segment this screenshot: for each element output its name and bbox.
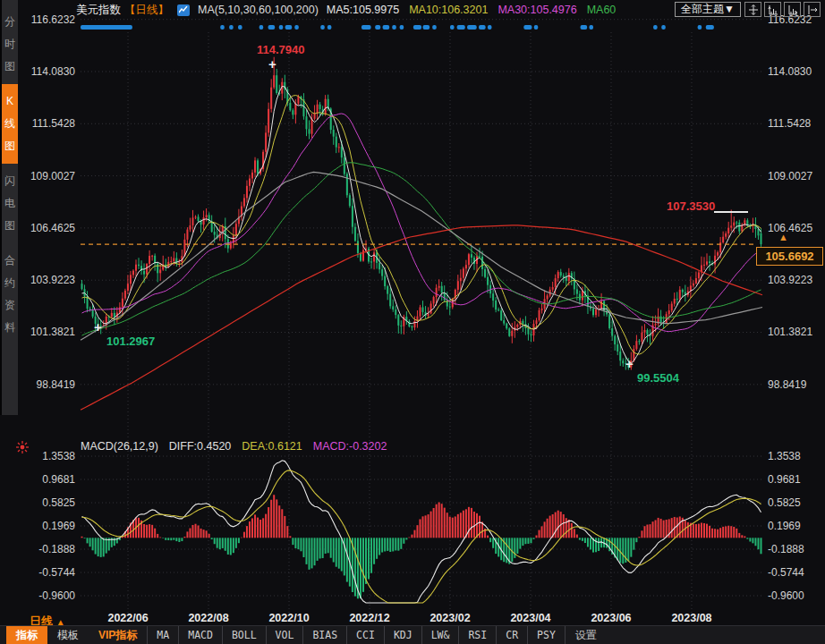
event-marker[interactable] [229, 25, 234, 30]
event-marker[interactable] [220, 25, 225, 30]
candle-body [760, 233, 761, 244]
toolbar-item-CCI[interactable]: CCI [346, 626, 384, 644]
event-marker[interactable] [320, 25, 325, 30]
sidebar-tab-1[interactable]: 分时图 [2, 4, 18, 84]
event-marker[interactable] [392, 25, 396, 30]
event-marker[interactable] [534, 25, 539, 30]
ma-legend-item: MA5:105.9975 [327, 4, 399, 16]
shift-right-icon[interactable] [804, 2, 821, 17]
candle-body [436, 288, 438, 297]
toolbar-item-BOLL[interactable]: BOLL [222, 626, 266, 644]
event-marker[interactable] [327, 25, 332, 30]
event-marker[interactable] [400, 25, 404, 30]
toolbar-item-PSY[interactable]: PSY [527, 626, 565, 644]
candle-body [317, 105, 319, 114]
event-marker[interactable] [706, 25, 714, 30]
event-marker[interactable] [653, 25, 658, 30]
candle-body [122, 299, 123, 308]
toolbar-item-MACD[interactable]: MACD [178, 626, 222, 644]
candle-body [530, 335, 532, 335]
macd-axis-label-left: -0.9600 [20, 589, 75, 602]
toolbar-item-VIP指标[interactable]: VIP指标 [89, 626, 147, 644]
sidebar-tab-2[interactable]: K线图 [2, 84, 18, 164]
toolbar-item-KDJ[interactable]: KDJ [384, 626, 421, 644]
event-marker[interactable] [457, 25, 465, 30]
candle-body [430, 303, 432, 313]
toolbar-item-VOL[interactable]: VOL [266, 626, 303, 644]
candle-body [622, 360, 624, 363]
toolbar-item-LW&[interactable]: LW& [421, 626, 459, 644]
toolbar-item-设置[interactable]: 设置 [565, 626, 607, 644]
candle-body [547, 295, 549, 299]
kline-chart-canvas[interactable] [0, 0, 825, 644]
event-marker[interactable] [581, 25, 588, 30]
price-axis-label-left: 101.3821 [20, 326, 75, 338]
event-marker[interactable] [589, 25, 593, 30]
candle-body [265, 132, 267, 151]
macd-axis-label-left: 0.9681 [20, 473, 75, 486]
event-marker[interactable] [361, 25, 371, 30]
toolbar-item-模板[interactable]: 模板 [47, 626, 89, 644]
candle-body [516, 325, 518, 327]
event-marker[interactable] [523, 25, 532, 30]
candle-body [249, 179, 251, 186]
macd-dea-line [82, 470, 761, 603]
event-marker[interactable] [479, 25, 486, 30]
event-marker[interactable] [81, 25, 132, 30]
candle-body [500, 310, 502, 320]
event-marker[interactable] [259, 25, 264, 30]
event-marker[interactable] [375, 25, 380, 30]
candle-body [333, 130, 335, 137]
candle-body [311, 119, 313, 134]
annotation-low-left: 101.2967 [106, 335, 155, 348]
event-marker[interactable] [285, 25, 293, 30]
candle-body [395, 309, 396, 315]
toolbar-item-指标[interactable]: 指标 [6, 626, 47, 644]
candle-body [460, 278, 462, 282]
event-marker[interactable] [698, 25, 702, 30]
event-marker[interactable] [488, 25, 492, 30]
candle-body [503, 320, 505, 324]
toolbar-item-RSI[interactable]: RSI [458, 626, 496, 644]
event-marker[interactable] [268, 25, 276, 30]
sidebar-tab-4[interactable]: 合约资料 [2, 243, 18, 345]
event-marker[interactable] [279, 25, 284, 30]
theme-selector-button[interactable]: 全部主题▼ [675, 2, 741, 17]
indicator-settings-icon[interactable] [16, 441, 29, 457]
macd-axis-label-right: 1.3538 [768, 450, 801, 462]
candle-body [725, 233, 727, 237]
toolbar-item-BIAS[interactable]: BIAS [302, 626, 346, 644]
event-marker[interactable] [661, 25, 666, 30]
toolbar-item-MA[interactable]: MA [147, 626, 178, 644]
price-axis-label-right: 114.0830 [768, 65, 812, 78]
candle-body [600, 301, 602, 308]
event-marker[interactable] [413, 25, 421, 30]
candle-body [325, 99, 327, 114]
event-marker[interactable] [432, 25, 437, 30]
event-marker[interactable] [383, 25, 390, 30]
scale-x-icon[interactable] [784, 2, 801, 17]
event-marker[interactable] [450, 25, 455, 30]
candle-body [178, 262, 180, 263]
macd-axis-label-right: -0.9600 [768, 589, 804, 602]
candle-body [576, 289, 578, 293]
event-marker[interactable] [294, 25, 299, 30]
event-marker[interactable] [423, 25, 430, 30]
sidebar-tab-3[interactable]: 闪电图 [2, 164, 18, 243]
ma-group-label: MA(5,10,30,60,100,200) [198, 4, 319, 16]
event-marker[interactable] [238, 25, 242, 30]
candle-body [319, 105, 321, 109]
toolbar-item-CR[interactable]: CR [496, 626, 527, 644]
event-marker[interactable] [467, 25, 477, 30]
candle-body [498, 309, 499, 310]
candle-body [384, 276, 386, 286]
candle-body [441, 286, 443, 292]
candle-body [186, 230, 188, 240]
candle-body [400, 326, 402, 326]
pan-icon[interactable] [744, 2, 761, 17]
chart-line-icon[interactable] [177, 4, 190, 16]
candle-body [717, 252, 719, 256]
candle-body [709, 261, 710, 263]
candle-body [646, 330, 648, 335]
scale-y-icon[interactable] [764, 2, 781, 17]
